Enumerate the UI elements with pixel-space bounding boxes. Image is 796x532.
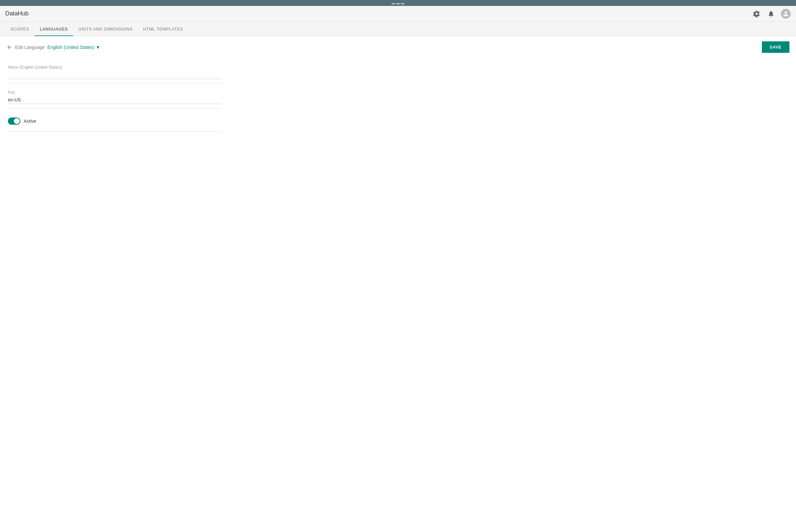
topbar-icons: [752, 9, 791, 19]
current-language-label: English (United States): [47, 45, 94, 50]
save-button[interactable]: SAVE: [762, 41, 790, 53]
menu-icon: ▬ ▬ ▬: [392, 1, 404, 5]
chevron-down-icon: ▼: [96, 45, 100, 50]
bell-icon[interactable]: [766, 9, 776, 18]
toggle-thumb: [14, 118, 20, 124]
active-toggle-row: Active: [8, 115, 222, 127]
breadcrumb-label: Edit Language: [15, 45, 45, 50]
back-button[interactable]: [6, 44, 13, 50]
settings-icon[interactable]: [752, 9, 761, 18]
tab-languages[interactable]: LANGUAGES: [35, 23, 73, 36]
topbar: DataHub: [0, 6, 796, 22]
avatar[interactable]: [781, 9, 791, 19]
tab-html-templates[interactable]: HTML TEMPLATES: [138, 23, 188, 36]
name-field-group: Name (English (United States)): [8, 65, 222, 83]
language-selector[interactable]: English (United States) ▼: [47, 45, 100, 50]
active-field-divider: [8, 131, 222, 132]
key-field-divider: [8, 108, 222, 108]
form-area: Name (English (United States)) Key Activ…: [0, 58, 230, 145]
menu-bar: ▬ ▬ ▬: [0, 0, 796, 6]
key-input[interactable]: [8, 96, 222, 104]
name-input[interactable]: [8, 71, 222, 79]
page-header: Edit Language English (United States) ▼ …: [0, 36, 796, 58]
app-logo: DataHub: [5, 10, 29, 17]
name-field-divider: [8, 83, 222, 83]
name-label: Name (English (United States)): [8, 65, 222, 70]
key-field-group: Key: [8, 90, 222, 108]
tab-scopes[interactable]: SCOPES: [5, 23, 35, 36]
active-toggle[interactable]: [8, 117, 20, 125]
active-label: Active: [24, 118, 36, 124]
tabs-bar: SCOPES LANGUAGES UNITS AND DIMENSIONS HT…: [0, 22, 796, 36]
tab-units[interactable]: UNITS AND DIMENSIONS: [73, 23, 138, 36]
key-label: Key: [8, 90, 222, 95]
active-field-group: Active: [8, 115, 222, 132]
